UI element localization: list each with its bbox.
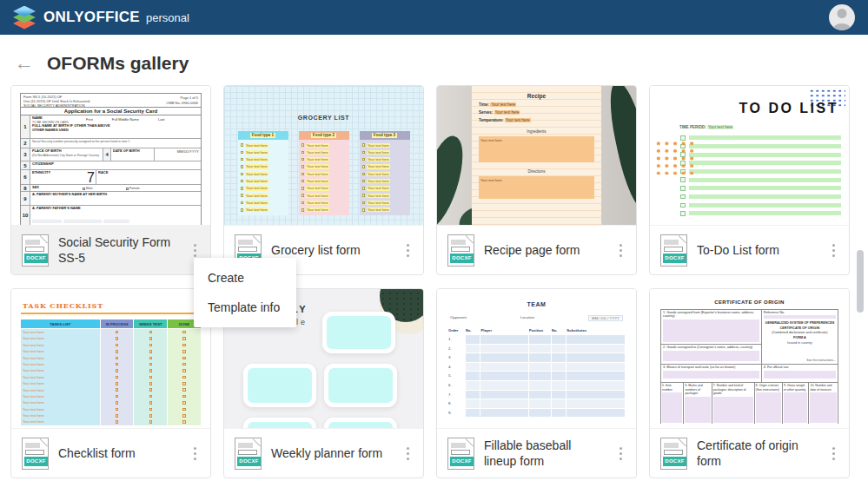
checkbox-cell	[134, 418, 167, 425]
lineup-row: 2.	[448, 345, 625, 353]
schedule-box	[322, 312, 395, 353]
checkbox-cell	[101, 348, 134, 354]
checkbox-cell	[134, 342, 167, 348]
checkbox-cell	[134, 335, 167, 341]
template-card-certificate[interactable]: CERTIFICATE OF ORIGIN 1. Goods consigned…	[649, 288, 850, 478]
checkbox-icon	[116, 388, 119, 392]
grocery-row: Your text here	[301, 185, 347, 192]
template-card-checklist[interactable]: TASK CHECKLIST TASKS LIST IN PROCESS NEE…	[10, 288, 211, 478]
card-menu-button[interactable]	[613, 237, 629, 264]
lineup-row: 6.	[448, 381, 625, 390]
user-avatar[interactable]	[829, 4, 855, 30]
card-menu-button[interactable]	[187, 440, 203, 467]
checkbox-icon	[182, 414, 186, 418]
thumb-title: Recipe	[479, 93, 594, 99]
checkbox-icon	[241, 173, 244, 176]
grocery-row: Your text here	[241, 163, 286, 170]
checkbox-icon	[116, 344, 119, 347]
grocery-row: Your text here	[362, 142, 407, 148]
form-row: 10 A. PARENT/ FATHER'S NAME	[21, 206, 201, 225]
date-field: MM / DD / YYYY	[588, 315, 623, 321]
app-header: ONLYOFFICE personal	[0, 0, 868, 35]
grocery-row: Your text here	[241, 207, 286, 214]
checkbox-icon	[301, 173, 305, 176]
card-menu-button[interactable]	[825, 237, 842, 264]
section-label: Ingredients	[479, 129, 594, 134]
checkbox-cell	[134, 412, 167, 418]
checkbox-icon	[301, 187, 305, 190]
template-card-social-security[interactable]: Form SS-5 (10-2021) UF Use (11-2019) UF …	[10, 85, 211, 275]
todo-row	[680, 152, 841, 157]
checkbox-cell	[168, 393, 201, 399]
back-arrow-icon[interactable]: ←	[14, 53, 34, 73]
column-header: Player	[480, 328, 527, 333]
checkbox-cell	[168, 406, 201, 412]
checkbox-icon	[362, 180, 366, 183]
checkbox-icon	[680, 203, 686, 208]
docxf-file-icon: DOCXF	[660, 234, 687, 267]
card-title: Certificate of origin form	[697, 438, 812, 469]
card-menu-button[interactable]	[825, 440, 842, 467]
grocery-row: Your text here	[241, 148, 286, 155]
checkbox-icon	[680, 177, 686, 182]
checkbox-icon	[241, 151, 244, 155]
form-row: 3 PLACE OF BIRTH (Do Not Abbreviate) Cit…	[21, 148, 201, 161]
scrollbar-thumb[interactable]	[857, 250, 864, 313]
template-card-recipe[interactable]: Recipe Time: Your text here Serves: Your…	[436, 85, 637, 275]
checkbox-icon	[301, 158, 305, 161]
checkbox-icon	[301, 165, 305, 168]
template-card-todo[interactable]: TO DO LIST TIME PERIOD: Your text here	[649, 85, 850, 275]
template-thumbnail: GROCERY LIST Food type 1 Your text here …	[224, 86, 423, 225]
checkbox-icon	[149, 369, 153, 372]
checkbox-icon	[116, 408, 119, 412]
checkbox-icon	[116, 369, 119, 372]
checkbox-cell	[168, 335, 201, 341]
form-title: Application for a Social Security Card	[21, 108, 201, 115]
brand-name: ONLYOFFICE	[43, 9, 140, 26]
checkbox-icon	[301, 143, 305, 147]
thumb-title: TEAM	[448, 301, 625, 307]
grocery-row: Your text here	[362, 163, 407, 170]
checkbox-icon	[362, 151, 366, 155]
checkbox-cell	[168, 387, 201, 393]
checkbox-icon	[182, 337, 186, 340]
form-page-info: Page 1 of 5	[181, 96, 198, 100]
card-menu-button[interactable]	[613, 440, 629, 467]
menu-item-template-info[interactable]: Template info	[194, 293, 296, 322]
checkbox-cell	[134, 393, 167, 399]
checkbox-cell	[134, 406, 167, 412]
card-menu-button[interactable]	[400, 237, 416, 264]
checkbox-icon	[149, 408, 153, 412]
grocery-column: Food type 1 Your text here Your text her…	[238, 131, 288, 215]
template-card-grocery[interactable]: GROCERY LIST Food type 1 Your text here …	[223, 85, 424, 275]
grocery-row: Your text here	[362, 192, 407, 199]
checkbox-icon	[241, 143, 244, 147]
card-footer: DOCXF Checklist form	[11, 428, 210, 478]
checkbox-cell	[101, 387, 134, 393]
checkbox-icon	[149, 363, 153, 366]
checkbox-cell	[101, 399, 134, 405]
task-item: Your text here	[21, 355, 100, 361]
card-menu-button[interactable]	[400, 440, 416, 467]
checkbox-icon	[149, 388, 153, 392]
column-header: No.	[466, 328, 480, 333]
menu-item-create[interactable]: Create	[194, 263, 296, 293]
checkbox-icon	[301, 208, 305, 212]
checkbox-cell	[101, 380, 134, 386]
page-title: OFORMs gallery	[47, 53, 189, 74]
grocery-row: Your text here	[362, 199, 407, 206]
grocery-row: Your text here	[241, 177, 286, 184]
column-header: Substitutes	[567, 328, 625, 333]
schedule-box	[243, 418, 316, 428]
grocery-row: Your text here	[301, 207, 347, 214]
table-column: 5. Item number	[661, 383, 684, 424]
dot-grid-decoration	[654, 140, 695, 175]
checkbox-cell	[101, 412, 134, 418]
checkbox-icon	[116, 357, 119, 360]
checkbox-icon	[116, 401, 119, 405]
template-card-baseball[interactable]: TEAM Opponent Location MM / DD / YYYY Or…	[436, 288, 637, 478]
docxf-badge: DOCXF	[24, 457, 48, 466]
checkbox-icon	[362, 158, 366, 161]
card-title: Recipe page form	[484, 242, 580, 258]
form-omb: OMB No. 0960-0066	[166, 101, 198, 105]
